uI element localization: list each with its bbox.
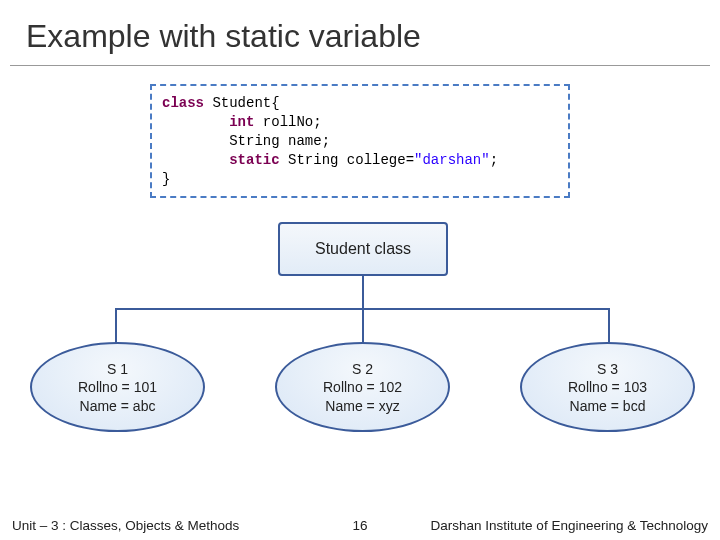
code-text: ; bbox=[490, 152, 498, 168]
code-snippet: class Student{ int rollNo; String name; … bbox=[150, 84, 570, 198]
instance-nm: Name = bcd bbox=[522, 397, 693, 415]
connector-drop bbox=[608, 308, 610, 346]
instance-name: S 1 bbox=[32, 360, 203, 378]
code-text: String college= bbox=[280, 152, 414, 168]
instance-roll: Rollno = 103 bbox=[522, 378, 693, 396]
footer: Unit – 3 : Classes, Objects & Methods 16… bbox=[0, 510, 720, 540]
kw-static: static bbox=[229, 152, 279, 168]
instance-name: S 2 bbox=[277, 360, 448, 378]
footer-institute: Darshan Institute of Engineering & Techn… bbox=[431, 518, 708, 533]
instance-nm: Name = abc bbox=[32, 397, 203, 415]
kw-int: int bbox=[229, 114, 254, 130]
code-text: rollNo; bbox=[254, 114, 321, 130]
instance-node-s1: S 1 Rollno = 101 Name = abc bbox=[30, 342, 205, 432]
code-text: Student{ bbox=[204, 95, 280, 111]
connector-drop bbox=[115, 308, 117, 346]
instance-node-s2: S 2 Rollno = 102 Name = xyz bbox=[275, 342, 450, 432]
page-title: Example with static variable bbox=[0, 0, 720, 65]
class-node: Student class bbox=[278, 222, 448, 276]
footer-unit: Unit – 3 : Classes, Objects & Methods bbox=[12, 518, 239, 533]
footer-page-number: 16 bbox=[352, 518, 367, 533]
instance-roll: Rollno = 101 bbox=[32, 378, 203, 396]
connector-stem bbox=[362, 276, 364, 308]
diagram-container: Student class S 1 Rollno = 101 Name = ab… bbox=[30, 222, 690, 457]
string-literal: "darshan" bbox=[414, 152, 490, 168]
title-divider bbox=[10, 65, 710, 66]
instance-name: S 3 bbox=[522, 360, 693, 378]
code-text: } bbox=[162, 171, 170, 187]
connector-drop bbox=[362, 308, 364, 346]
code-text: String name; bbox=[162, 133, 330, 149]
instance-nm: Name = xyz bbox=[277, 397, 448, 415]
instance-roll: Rollno = 102 bbox=[277, 378, 448, 396]
instance-node-s3: S 3 Rollno = 103 Name = bcd bbox=[520, 342, 695, 432]
kw-class: class bbox=[162, 95, 204, 111]
